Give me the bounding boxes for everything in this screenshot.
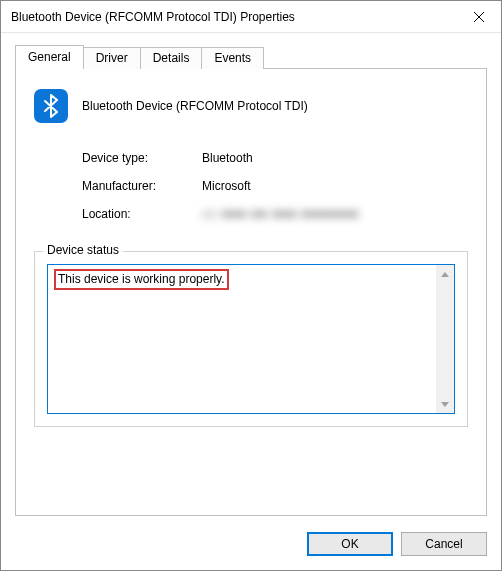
device-properties: Device type: Bluetooth Manufacturer: Mic… — [82, 149, 468, 223]
bluetooth-icon — [34, 89, 68, 123]
device-header: Bluetooth Device (RFCOMM Protocol TDI) — [34, 89, 468, 123]
window-title: Bluetooth Device (RFCOMM Protocol TDI) P… — [11, 10, 457, 24]
manufacturer-value: Microsoft — [202, 179, 251, 193]
prop-row-location: Location: on ■■■-■■ ■■■ ■■■■■■■ — [82, 205, 468, 223]
dialog-body: General Driver Details Events Bluetooth … — [1, 33, 501, 520]
device-status-textarea[interactable]: This device is working properly. — [48, 265, 436, 413]
device-status-box: This device is working properly. — [47, 264, 455, 414]
close-button[interactable] — [457, 1, 501, 33]
close-icon — [474, 12, 484, 22]
tab-panel-general: Bluetooth Device (RFCOMM Protocol TDI) D… — [15, 68, 487, 516]
manufacturer-label: Manufacturer: — [82, 179, 202, 193]
ok-button[interactable]: OK — [307, 532, 393, 556]
device-type-label: Device type: — [82, 151, 202, 165]
scroll-up-icon[interactable] — [436, 265, 454, 283]
tab-general[interactable]: General — [15, 45, 84, 69]
cancel-button[interactable]: Cancel — [401, 532, 487, 556]
location-label: Location: — [82, 207, 202, 221]
tabstrip: General Driver Details Events — [15, 45, 487, 69]
scrollbar[interactable] — [436, 265, 454, 413]
device-name: Bluetooth Device (RFCOMM Protocol TDI) — [82, 99, 308, 113]
device-status-legend: Device status — [43, 243, 123, 257]
device-status-text: This device is working properly. — [54, 269, 229, 290]
properties-dialog: Bluetooth Device (RFCOMM Protocol TDI) P… — [0, 0, 502, 571]
device-type-value: Bluetooth — [202, 151, 253, 165]
titlebar: Bluetooth Device (RFCOMM Protocol TDI) P… — [1, 1, 501, 33]
tab-driver[interactable]: Driver — [83, 47, 141, 69]
tab-details[interactable]: Details — [140, 47, 203, 69]
scroll-down-icon[interactable] — [436, 395, 454, 413]
location-value: on ■■■-■■ ■■■ ■■■■■■■ — [202, 207, 359, 221]
device-status-group: Device status This device is working pro… — [34, 251, 468, 427]
prop-row-manufacturer: Manufacturer: Microsoft — [82, 177, 468, 195]
dialog-footer: OK Cancel — [1, 520, 501, 570]
prop-row-device-type: Device type: Bluetooth — [82, 149, 468, 167]
tab-events[interactable]: Events — [201, 47, 264, 69]
